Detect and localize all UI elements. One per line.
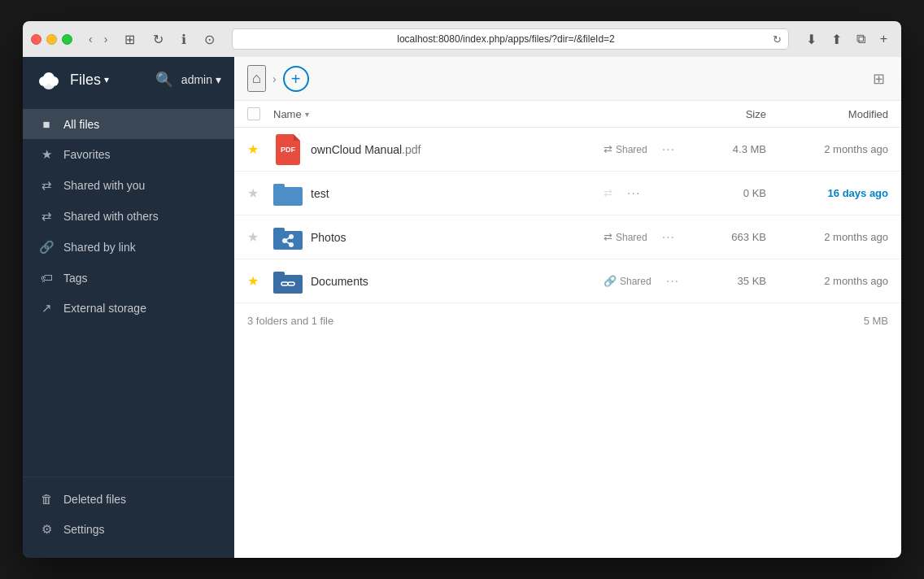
traffic-lights: [31, 34, 72, 45]
sidebar-item-external-storage[interactable]: ↗ External storage: [23, 293, 234, 324]
nav-buttons: ‹ ›: [84, 29, 112, 49]
table-row[interactable]: ★ Documents: [234, 259, 901, 303]
fullscreen-button[interactable]: ⧉: [851, 28, 871, 50]
add-tab-button[interactable]: +: [874, 28, 893, 50]
download-button[interactable]: ⬇: [800, 28, 822, 50]
more-actions-button[interactable]: ···: [657, 141, 680, 159]
sidebar-item-favorites[interactable]: ★ Favorites: [23, 139, 234, 170]
file-modified-value: 2 months ago: [782, 275, 888, 287]
file-list: ★ PDF ownCloud Manual.pdf: [234, 128, 901, 558]
folder-icon: ■: [39, 117, 54, 131]
reload-button[interactable]: ↻: [773, 33, 782, 46]
sidebar: Files ▾ 🔍 admin ▾ ■ All files ★ Favo: [23, 57, 234, 558]
table-row[interactable]: ★ PDF ownCloud Manual.pdf: [234, 128, 901, 172]
sidebar-item-tags[interactable]: 🏷 Tags: [23, 263, 234, 293]
minimize-button[interactable]: [46, 34, 57, 45]
file-size-value: 663 KB: [701, 231, 782, 243]
sidebar-item-shared-by-link[interactable]: 🔗 Shared by link: [23, 232, 234, 263]
sidebar-item-all-files[interactable]: ■ All files: [23, 109, 234, 139]
user-menu-button[interactable]: admin ▾: [181, 73, 221, 86]
info-button[interactable]: ℹ: [176, 28, 192, 50]
sidebar-item-shared-with-you-label: Shared with you: [63, 179, 145, 192]
svg-rect-14: [273, 272, 285, 278]
svg-rect-5: [273, 184, 285, 190]
share-badge-empty: ⇄: [604, 187, 612, 199]
sidebar-bottom: 🗑 Deleted files ⚙ Settings: [23, 477, 234, 558]
table-row[interactable]: ★: [234, 215, 901, 259]
size-column-header[interactable]: Size: [701, 108, 782, 120]
file-name-label: test: [311, 187, 604, 200]
grid-view-button[interactable]: ⊞: [870, 67, 888, 91]
history-button[interactable]: ⊙: [198, 28, 220, 50]
file-modified-value: 16 days ago: [782, 187, 888, 199]
file-toolbar: ⌂ › + ⊞: [234, 57, 901, 101]
trash-icon: 🗑: [39, 492, 54, 506]
sidebar-item-tags-label: Tags: [63, 272, 88, 285]
folder-file-icon: [273, 179, 303, 208]
share-titlebar-button[interactable]: ⬆: [826, 28, 848, 50]
refresh-view-button[interactable]: ↻: [147, 28, 169, 50]
modified-column-header[interactable]: Modified: [782, 108, 888, 120]
star-button[interactable]: ★: [247, 142, 259, 156]
new-file-button[interactable]: +: [283, 66, 309, 92]
share-badge-link: 🔗 Shared: [604, 275, 652, 287]
file-name-col: ownCloud Manual.pdf: [311, 143, 604, 156]
forward-button[interactable]: ›: [99, 29, 113, 49]
sidebar-item-shared-with-you[interactable]: ⇄ Shared with you: [23, 170, 234, 201]
sort-icon: ▾: [305, 110, 309, 119]
row-checkbox-col: ★: [247, 141, 273, 157]
share-icon: ⇄: [604, 143, 612, 155]
close-button[interactable]: [31, 34, 41, 45]
back-button[interactable]: ‹: [84, 29, 98, 49]
more-actions-button[interactable]: ···: [661, 272, 684, 290]
app-header: Files ▾ 🔍 admin ▾: [23, 57, 234, 102]
file-summary: 3 folders and 1 file 5 MB: [234, 303, 901, 338]
titlebar: ‹ › ⊞ ↻ ℹ ⊙ localhost:8080/index.php/app…: [23, 21, 901, 57]
file-name-col: Documents: [311, 275, 604, 288]
file-name-col: Photos: [311, 231, 604, 244]
maximize-button[interactable]: [62, 34, 72, 45]
sidebar-item-deleted-files-label: Deleted files: [63, 493, 126, 506]
link-folder-icon-svg: [273, 269, 303, 294]
more-actions-button[interactable]: ···: [657, 229, 680, 246]
link-folder-file-icon: [273, 267, 303, 296]
sidebar-nav: ■ All files ★ Favorites ⇄ Shared with yo…: [23, 102, 234, 477]
sidebar-item-settings[interactable]: ⚙ Settings: [23, 514, 234, 545]
summary-count: 3 folders and 1 file: [247, 315, 333, 327]
sidebar-item-all-files-label: All files: [63, 118, 99, 131]
star-button[interactable]: ★: [247, 186, 259, 200]
star-button[interactable]: ★: [247, 274, 259, 288]
file-actions: ⇄ Shared ···: [604, 141, 701, 159]
sidebar-toggle-button[interactable]: ⊞: [119, 28, 141, 50]
files-dropdown-icon[interactable]: ▾: [104, 74, 109, 85]
file-size-value: 35 KB: [701, 275, 782, 287]
url-text: localhost:8080/index.php/apps/files/?dir…: [239, 33, 772, 45]
sidebar-item-shared-with-others-label: Shared with others: [63, 210, 159, 223]
file-list-header: Name ▾ Size Modified: [234, 101, 901, 128]
star-button[interactable]: ★: [247, 230, 259, 244]
header-checkbox-col: [247, 107, 273, 120]
select-all-checkbox[interactable]: [247, 107, 260, 120]
name-column-header[interactable]: Name ▾: [273, 108, 701, 120]
share-icon-inactive: ⇄: [604, 187, 612, 199]
table-row[interactable]: ★ test ⇄ ···: [234, 172, 901, 215]
search-button[interactable]: 🔍: [155, 71, 173, 89]
file-actions: ⇄ Shared ···: [604, 229, 701, 246]
share-badge: ⇄ Shared: [604, 143, 647, 155]
shared-folder-file-icon: [273, 223, 303, 252]
main-content: ⌂ › + ⊞ Name ▾ Size Modified: [234, 57, 901, 558]
address-bar[interactable]: localhost:8080/index.php/apps/files/?dir…: [232, 28, 788, 50]
home-breadcrumb[interactable]: ⌂: [247, 65, 266, 92]
more-actions-button[interactable]: ···: [622, 185, 645, 202]
summary-size: 5 MB: [864, 315, 888, 327]
row-checkbox-col: ★: [247, 185, 273, 201]
share-label: Shared: [616, 144, 647, 155]
sidebar-item-settings-label: Settings: [63, 523, 105, 536]
owncloud-logo-icon: [36, 67, 62, 93]
sidebar-item-deleted-files[interactable]: 🗑 Deleted files: [23, 484, 234, 514]
share-label: Shared: [620, 276, 652, 287]
file-modified-value: 2 months ago: [782, 143, 888, 155]
share-with-you-icon: ⇄: [39, 178, 54, 193]
sidebar-item-shared-with-others[interactable]: ⇄ Shared with others: [23, 201, 234, 232]
tag-icon: 🏷: [39, 271, 54, 285]
